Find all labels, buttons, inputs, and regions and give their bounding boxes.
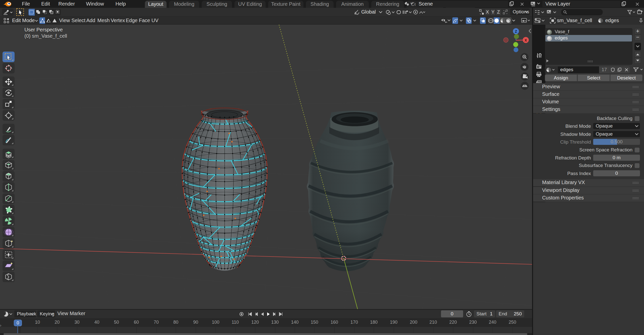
svg-text:Z: Z — [515, 29, 517, 33]
svg-text:X: X — [525, 38, 527, 42]
